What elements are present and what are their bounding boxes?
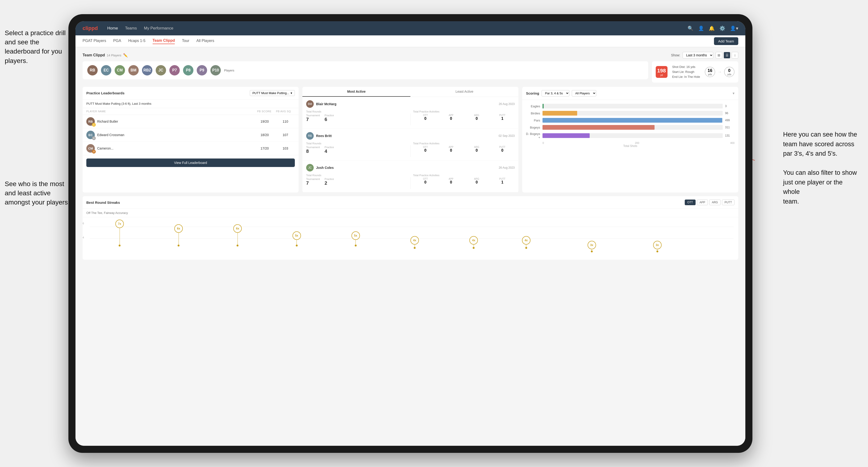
streak-point-1: 7x xyxy=(115,220,124,247)
leaderboard-title: Practice Leaderboards xyxy=(86,91,125,95)
player-avatar-2[interactable]: EC xyxy=(101,65,111,75)
putt-1: 1 xyxy=(490,117,515,121)
streak-circle-2: 6x xyxy=(174,224,183,233)
streak-circle-5: 5x xyxy=(351,231,360,240)
list-view-icon[interactable]: ☰ xyxy=(724,52,730,59)
activity-avatar-1: BM xyxy=(306,100,314,108)
annotation-bottom-right: Here you can see how the team have score… xyxy=(783,130,861,206)
player-avatar-7[interactable]: P7 xyxy=(169,65,180,75)
player-name-lb-2: Edward Crossman xyxy=(97,133,124,137)
player-avatar-9[interactable]: P9 xyxy=(197,65,207,75)
players-label: Players xyxy=(224,69,234,72)
total-practice-label-3: Total Practice Activities xyxy=(413,174,515,177)
tablet-frame: clippd Home Teams My Performance 🔍 👤 🔔 ⚙… xyxy=(68,14,752,453)
streak-point-6: 4x xyxy=(410,236,419,249)
bar-fill-dbogeys xyxy=(542,133,590,138)
streaks-tab-app[interactable]: APP xyxy=(697,199,708,205)
player-info-2: EC 2 Edward Crossman xyxy=(86,131,253,139)
team-name: Team Clippd xyxy=(83,53,105,57)
score-2: 18/20 xyxy=(255,133,274,137)
leaderboard-row-1[interactable]: RB 1 Richard Butler 19/20 110 xyxy=(83,115,299,128)
period-select[interactable]: Last 3 months Last 6 months Last year xyxy=(683,52,713,59)
player-avatar-4[interactable]: BM xyxy=(128,65,139,75)
chart-view-icon[interactable]: ↕ xyxy=(732,52,738,59)
rank-badge-3: 3 xyxy=(92,150,96,154)
leaderboard-avatar-2: EC 2 xyxy=(86,131,95,139)
activity-entry-3: JC Josh Coles 26 Aug 2023 Total Rounds T… xyxy=(302,161,519,192)
practice-1: 6 xyxy=(324,117,334,122)
total-rounds-label-2: Total Rounds xyxy=(306,142,408,145)
least-active-tab[interactable]: Least Active xyxy=(410,87,519,97)
player-avatar-5[interactable]: RB2 xyxy=(142,65,152,75)
bar-fill-birdies xyxy=(542,111,577,116)
player-avatar-8[interactable]: P8 xyxy=(183,65,193,75)
shot-details: Shot Dist: 16 yds Start Lie: Rough End L… xyxy=(672,65,700,79)
score-1: 19/20 xyxy=(255,120,274,123)
streak-circle-6: 4x xyxy=(410,236,419,245)
subnav-pga[interactable]: PGA xyxy=(113,39,121,44)
activity-entry-1: BM Blair McHarg 26 Aug 2023 Total Rounds… xyxy=(302,97,519,129)
subnav-all-players[interactable]: All Players xyxy=(196,39,214,44)
scoring-header: Scoring Par 3, 4 & 5s Par 3s only Par 4s… xyxy=(522,87,738,100)
search-icon[interactable]: 🔍 xyxy=(687,26,693,31)
drill-dropdown[interactable]: PUTT Must Make Putting... ▾ xyxy=(250,90,295,96)
nav-my-performance[interactable]: My Performance xyxy=(144,26,173,31)
bar-row-bogeys: Bogeys 311 xyxy=(526,125,735,130)
player-avatar-6[interactable]: JC xyxy=(156,65,166,75)
bar-value-eagles: 3 xyxy=(725,104,735,108)
streak-circle-1: 7x xyxy=(115,220,124,228)
three-col-grid: Practice Leaderboards PUTT Must Make Put… xyxy=(83,87,738,192)
edit-team-icon[interactable]: ✏️ xyxy=(123,53,128,58)
subnav-tour[interactable]: Tour xyxy=(182,39,189,44)
bar-track-dbogeys xyxy=(542,133,723,138)
bar-label-dbogeys: D. Bogeys + xyxy=(526,132,540,139)
add-team-button[interactable]: Add Team xyxy=(714,37,738,45)
subnav-hcaps[interactable]: Hcaps 1-5 xyxy=(128,39,146,44)
avg-3: 103 xyxy=(276,147,295,150)
ott-3: 0 xyxy=(413,180,438,184)
player-avatar-3[interactable]: CM xyxy=(115,65,125,75)
arg-3: 0 xyxy=(464,180,489,184)
putt-2: 0 xyxy=(490,148,515,153)
bar-row-dbogeys: D. Bogeys + 131 xyxy=(526,132,735,139)
most-active-tab[interactable]: Most Active xyxy=(302,87,410,97)
nav-home[interactable]: Home xyxy=(107,26,118,31)
streaks-title: Best Round Streaks xyxy=(86,200,120,205)
streak-circle-4: 5x xyxy=(292,231,301,240)
user-avatar-icon[interactable]: 👤▾ xyxy=(730,26,738,31)
bell-icon[interactable]: 🔔 xyxy=(709,26,715,31)
streaks-tab-arg[interactable]: ARG xyxy=(709,199,720,205)
leaderboard-subtitle: PUTT Must Make Putting (3-6 ft), Last 3 … xyxy=(83,99,299,108)
streak-point-3: 6x xyxy=(233,224,242,247)
total-rounds-label-1: Total Rounds xyxy=(306,110,408,113)
player-avatar-10[interactable]: P10 xyxy=(210,65,221,75)
app-1: 0 xyxy=(439,117,464,121)
activity-date-3: 26 Aug 2023 xyxy=(499,166,515,169)
view-icons: ⊞ ☰ ↕ xyxy=(716,52,738,59)
streaks-tabs: OTT APP ARG PUTT xyxy=(685,199,735,205)
nav-teams[interactable]: Teams xyxy=(125,26,137,31)
player-count: 14 Players xyxy=(107,54,121,57)
player-avatar-1[interactable]: RB xyxy=(87,65,98,75)
team-header: Team Clippd 14 Players ✏️ Show: Last 3 m… xyxy=(83,52,738,59)
activity-date-1: 26 Aug 2023 xyxy=(499,102,515,106)
subnav-pgat[interactable]: PGAT Players xyxy=(83,39,106,44)
streak-circle-9: 3x xyxy=(588,241,596,249)
player-filter-select[interactable]: All Players xyxy=(572,90,596,96)
tournament-2: 8 xyxy=(306,149,320,154)
logo: clippd xyxy=(83,25,98,31)
scoring-chevron-icon[interactable]: ▾ xyxy=(733,91,735,96)
settings-icon[interactable]: ⚙️ xyxy=(719,26,725,31)
shot-connector: → xyxy=(717,69,722,74)
streaks-tab-putt[interactable]: PUTT xyxy=(722,199,735,205)
streaks-tab-ott[interactable]: OTT xyxy=(685,199,695,205)
par-filter-select[interactable]: Par 3, 4 & 5s Par 3s only Par 4s only Pa… xyxy=(541,90,569,96)
subnav-team-clippd[interactable]: Team Clippd xyxy=(153,38,175,44)
view-full-leaderboard-button[interactable]: View Full Leaderboard xyxy=(86,158,295,167)
leaderboard-row-3[interactable]: CM 3 Cameron... 17/20 103 xyxy=(83,142,299,155)
grid-view-icon[interactable]: ⊞ xyxy=(716,52,722,59)
leaderboard-row-2[interactable]: EC 2 Edward Crossman 18/20 107 xyxy=(83,128,299,142)
y-label-mid: 4 xyxy=(83,236,84,239)
ott-1: 0 xyxy=(413,117,438,121)
people-icon[interactable]: 👤 xyxy=(698,26,704,31)
